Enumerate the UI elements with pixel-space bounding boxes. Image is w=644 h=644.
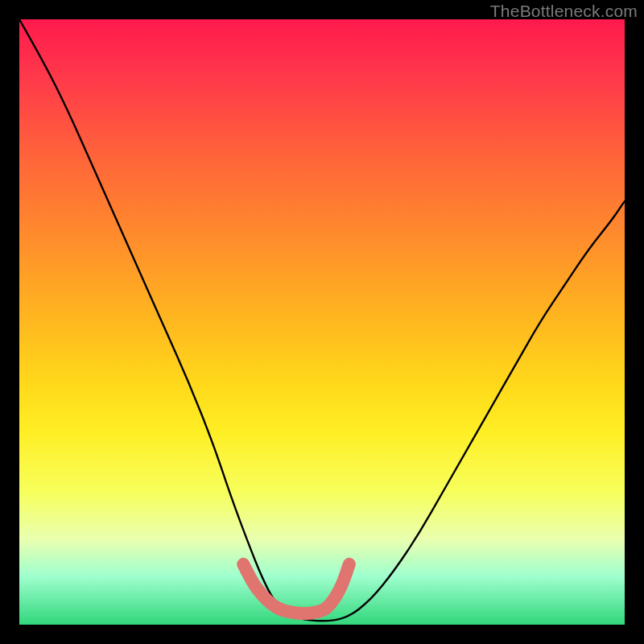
attribution-watermark: TheBottleneck.com <box>490 2 638 21</box>
bottleneck-curve-path <box>19 19 625 621</box>
curve-overlay <box>19 19 625 625</box>
chart-frame: TheBottleneck.com <box>0 0 644 644</box>
plot-area <box>19 19 625 625</box>
